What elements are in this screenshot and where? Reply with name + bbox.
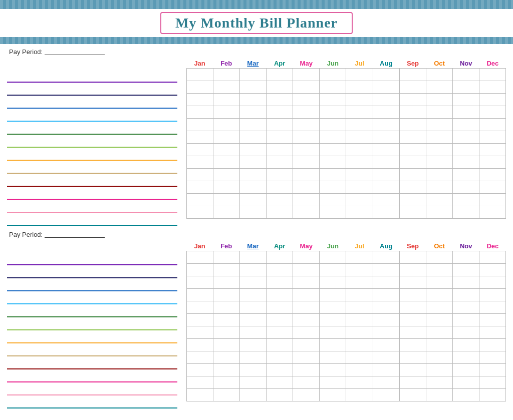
table-cell[interactable] <box>293 389 320 401</box>
table-cell[interactable] <box>267 81 293 94</box>
table-cell[interactable] <box>213 251 240 264</box>
table-cell[interactable] <box>426 264 452 276</box>
table-cell[interactable] <box>187 376 213 389</box>
table-cell[interactable] <box>267 326 293 339</box>
table-cell[interactable] <box>293 289 320 301</box>
table-cell[interactable] <box>479 264 505 276</box>
table-cell[interactable] <box>399 169 426 181</box>
table-cell[interactable] <box>240 169 267 181</box>
table-cell[interactable] <box>267 194 293 206</box>
table-cell[interactable] <box>213 131 240 144</box>
table-cell[interactable] <box>187 81 213 94</box>
table-cell[interactable] <box>187 94 213 106</box>
table-cell[interactable] <box>267 251 293 264</box>
table-cell[interactable] <box>373 301 399 314</box>
table-cell[interactable] <box>187 251 213 264</box>
table-cell[interactable] <box>320 69 346 81</box>
table-cell[interactable] <box>267 301 293 314</box>
table-cell[interactable] <box>240 144 267 156</box>
table-cell[interactable] <box>399 264 426 276</box>
table-cell[interactable] <box>373 106 399 119</box>
pay-period-input-1[interactable] <box>45 49 105 55</box>
table-cell[interactable] <box>267 389 293 401</box>
table-cell[interactable] <box>240 264 267 276</box>
table-cell[interactable] <box>267 206 293 219</box>
table-cell[interactable] <box>346 194 373 206</box>
table-cell[interactable] <box>240 206 267 219</box>
table-cell[interactable] <box>399 314 426 326</box>
table-cell[interactable] <box>187 169 213 181</box>
table-cell[interactable] <box>187 156 213 169</box>
table-cell[interactable] <box>346 131 373 144</box>
table-cell[interactable] <box>267 314 293 326</box>
table-cell[interactable] <box>479 289 505 301</box>
table-cell[interactable] <box>240 106 267 119</box>
table-cell[interactable] <box>452 326 479 339</box>
table-cell[interactable] <box>426 351 452 364</box>
table-cell[interactable] <box>373 131 399 144</box>
table-cell[interactable] <box>293 194 320 206</box>
table-cell[interactable] <box>373 94 399 106</box>
table-cell[interactable] <box>373 181 399 194</box>
table-cell[interactable] <box>293 314 320 326</box>
table-cell[interactable] <box>373 289 399 301</box>
table-cell[interactable] <box>267 264 293 276</box>
table-cell[interactable] <box>187 131 213 144</box>
table-cell[interactable] <box>187 326 213 339</box>
table-cell[interactable] <box>267 351 293 364</box>
table-cell[interactable] <box>399 94 426 106</box>
table-cell[interactable] <box>320 289 346 301</box>
table-cell[interactable] <box>346 206 373 219</box>
table-cell[interactable] <box>213 276 240 289</box>
table-cell[interactable] <box>452 194 479 206</box>
table-cell[interactable] <box>320 264 346 276</box>
table-cell[interactable] <box>293 94 320 106</box>
table-cell[interactable] <box>320 194 346 206</box>
table-cell[interactable] <box>399 144 426 156</box>
table-cell[interactable] <box>240 351 267 364</box>
table-cell[interactable] <box>426 81 452 94</box>
table-cell[interactable] <box>240 69 267 81</box>
table-cell[interactable] <box>240 326 267 339</box>
table-cell[interactable] <box>267 131 293 144</box>
table-cell[interactable] <box>373 339 399 351</box>
table-cell[interactable] <box>213 314 240 326</box>
table-cell[interactable] <box>320 131 346 144</box>
table-cell[interactable] <box>373 169 399 181</box>
table-cell[interactable] <box>452 106 479 119</box>
table-cell[interactable] <box>187 264 213 276</box>
table-cell[interactable] <box>452 131 479 144</box>
table-cell[interactable] <box>452 314 479 326</box>
table-cell[interactable] <box>373 206 399 219</box>
table-cell[interactable] <box>426 364 452 376</box>
table-cell[interactable] <box>346 119 373 131</box>
table-cell[interactable] <box>213 119 240 131</box>
table-cell[interactable] <box>240 194 267 206</box>
table-cell[interactable] <box>479 351 505 364</box>
table-cell[interactable] <box>213 389 240 401</box>
table-cell[interactable] <box>293 106 320 119</box>
table-cell[interactable] <box>320 314 346 326</box>
table-cell[interactable] <box>187 301 213 314</box>
table-cell[interactable] <box>240 119 267 131</box>
table-cell[interactable] <box>320 251 346 264</box>
table-cell[interactable] <box>187 106 213 119</box>
table-cell[interactable] <box>213 169 240 181</box>
table-cell[interactable] <box>240 131 267 144</box>
table-cell[interactable] <box>399 106 426 119</box>
table-cell[interactable] <box>213 289 240 301</box>
table-cell[interactable] <box>293 69 320 81</box>
table-cell[interactable] <box>293 156 320 169</box>
table-cell[interactable] <box>479 194 505 206</box>
table-cell[interactable] <box>399 276 426 289</box>
table-cell[interactable] <box>187 206 213 219</box>
table-cell[interactable] <box>267 376 293 389</box>
table-cell[interactable] <box>399 351 426 364</box>
table-cell[interactable] <box>267 144 293 156</box>
table-cell[interactable] <box>320 144 346 156</box>
table-cell[interactable] <box>479 169 505 181</box>
table-cell[interactable] <box>452 169 479 181</box>
table-cell[interactable] <box>320 181 346 194</box>
table-cell[interactable] <box>213 94 240 106</box>
table-cell[interactable] <box>373 314 399 326</box>
